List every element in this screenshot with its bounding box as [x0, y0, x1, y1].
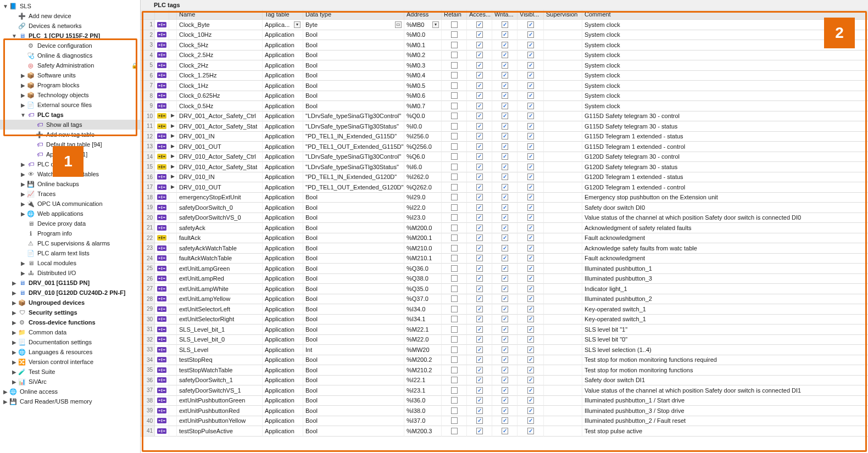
cell-name[interactable]: safetyDoorSwitchVS_1	[177, 385, 263, 396]
row-number[interactable]: 30	[141, 315, 155, 325]
checkbox[interactable]	[451, 72, 458, 79]
checkbox[interactable]	[451, 92, 458, 99]
cell-retain[interactable]	[442, 71, 467, 81]
cell-address[interactable]: %I38.0	[404, 406, 442, 416]
cell-accessible[interactable]	[467, 426, 492, 437]
checkbox[interactable]	[476, 194, 483, 200]
tree-item[interactable]: ▶🖥DRV_001 [G115D PN]	[0, 278, 140, 288]
cell-comment[interactable]: G120D Safety telegram 30 - control	[582, 152, 868, 163]
checkbox[interactable]	[502, 306, 508, 312]
cell-datatype[interactable]: Bool	[303, 243, 404, 254]
cell-name[interactable]: DRV_010_Actor_Safety_Stat	[177, 162, 263, 172]
cell-address[interactable]: %I29.0	[404, 193, 442, 203]
cell-name[interactable]: extUnitPushbuttonRed	[177, 406, 263, 416]
checkbox[interactable]	[527, 31, 534, 38]
cell-tagtable[interactable]: Application	[263, 193, 303, 203]
cell-address[interactable]: %I0.0	[404, 121, 442, 132]
column-header[interactable]: Tag table	[263, 10, 303, 20]
column-header[interactable]	[155, 10, 169, 20]
cell-visible[interactable]	[518, 101, 544, 111]
cell-comment[interactable]: Illuminated pushbutton_1 / Start drive	[582, 396, 868, 406]
cell-visible[interactable]	[518, 243, 544, 254]
cell-tagtable[interactable]: Application	[263, 315, 303, 325]
checkbox[interactable]	[502, 387, 508, 394]
cell-accessible[interactable]	[467, 365, 492, 376]
cell-supervision[interactable]	[544, 71, 582, 81]
checkbox[interactable]	[476, 397, 483, 404]
cell-supervision[interactable]	[544, 91, 582, 102]
cell-datatype[interactable]: "PD_TEL1_OUT_Extended_G115D"	[303, 142, 404, 152]
cell-writable[interactable]	[492, 376, 518, 386]
cell-comment[interactable]: G120D Telegram 1 extended - status	[582, 172, 868, 183]
checkbox[interactable]	[451, 387, 458, 394]
cell-tagtable[interactable]: Application	[263, 264, 303, 274]
tab-plc-tags[interactable]: PLC tags	[151, 0, 183, 10]
checkbox[interactable]	[451, 336, 458, 343]
cell-accessible[interactable]	[467, 325, 492, 335]
checkbox[interactable]	[527, 265, 534, 272]
cell-address[interactable]: %Q35.0	[404, 284, 442, 294]
cell-tagtable[interactable]: Application	[263, 71, 303, 81]
cell-retain[interactable]	[442, 243, 467, 254]
cell-tagtable[interactable]: Application	[263, 121, 303, 132]
tree-expand-icon[interactable]: ▶	[20, 210, 26, 217]
cell-name[interactable]: Clock_1.25Hz	[177, 71, 263, 81]
checkbox[interactable]	[527, 275, 534, 282]
cell-address[interactable]: %MW20	[404, 345, 442, 355]
checkbox[interactable]	[502, 42, 508, 48]
cell-visible[interactable]	[518, 294, 544, 305]
cell-name[interactable]: extUnitLampGreen	[177, 264, 263, 274]
checkbox[interactable]	[451, 153, 458, 160]
checkbox[interactable]	[451, 234, 458, 241]
cell-comment[interactable]: Illuminated pushbutton_1	[582, 264, 868, 274]
checkbox[interactable]	[502, 377, 508, 383]
cell-name[interactable]: DRV_001_Actor_Safety_Ctrl	[177, 111, 263, 122]
cell-supervision[interactable]	[544, 81, 582, 91]
checkbox[interactable]	[476, 255, 483, 261]
cell-name[interactable]: DRV_001_Actor_Safety_Stat	[177, 121, 263, 132]
checkbox[interactable]	[451, 194, 458, 200]
tree-expand-icon[interactable]: ▶	[20, 92, 26, 99]
tree-expand-icon[interactable]: ▶	[11, 339, 18, 346]
cell-datatype[interactable]: "LDrvSafe_typeSinaGTlg30Status"	[303, 121, 404, 132]
cell-address[interactable]: %M200.3	[404, 426, 442, 437]
tree-expand-icon[interactable]: ▶	[11, 329, 18, 336]
cell-address[interactable]: %M200.1	[404, 233, 442, 244]
cell-name[interactable]: Clock_1Hz	[177, 81, 263, 91]
tree-item[interactable]: ▶🖥Device proxy data	[0, 219, 140, 228]
checkbox[interactable]	[527, 316, 534, 322]
checkbox[interactable]	[502, 103, 508, 109]
checkbox[interactable]	[451, 346, 458, 353]
cell-datatype[interactable]: "PD_TEL1_IN_Extended_G120D"	[303, 172, 404, 183]
row-number[interactable]: 18	[141, 193, 155, 203]
cell-writable[interactable]	[492, 172, 518, 183]
checkbox[interactable]	[527, 42, 534, 48]
cell-accessible[interactable]	[467, 396, 492, 406]
cell-address[interactable]: %I23.0	[404, 213, 442, 223]
checkbox[interactable]	[527, 52, 534, 58]
checkbox[interactable]	[527, 82, 534, 89]
cell-visible[interactable]	[518, 213, 544, 223]
tree-item[interactable]: ▶🖥DRV_010 [G120D CU240D-2 PN-F]	[0, 288, 140, 298]
checkbox[interactable]	[527, 428, 534, 434]
checkbox[interactable]	[527, 407, 534, 414]
checkbox[interactable]	[476, 286, 483, 292]
cell-visible[interactable]	[518, 385, 544, 396]
cell-writable[interactable]	[492, 365, 518, 376]
cell-writable[interactable]	[492, 243, 518, 254]
cell-datatype[interactable]: Bool	[303, 406, 404, 416]
checkbox[interactable]	[527, 387, 534, 394]
cell-retain[interactable]	[442, 213, 467, 223]
cell-name[interactable]: testStopPulseActive	[177, 426, 263, 437]
cell-supervision[interactable]	[544, 40, 582, 51]
cell-comment[interactable]: System clock	[582, 20, 868, 30]
tree-expand-icon[interactable]: ▶	[20, 181, 26, 188]
tree-item[interactable]: ▶📦Software units	[0, 70, 140, 80]
cell-name[interactable]: extUnitLampRed	[177, 274, 263, 284]
tree-item[interactable]: ▶📊SiVArc	[0, 377, 140, 387]
cell-tagtable[interactable]: Application	[263, 355, 303, 366]
cell-address[interactable]: %Q0.0	[404, 111, 442, 122]
row-expand-icon[interactable]: ▶	[169, 111, 177, 122]
row-number[interactable]: 33	[141, 345, 155, 355]
cell-supervision[interactable]	[544, 406, 582, 416]
